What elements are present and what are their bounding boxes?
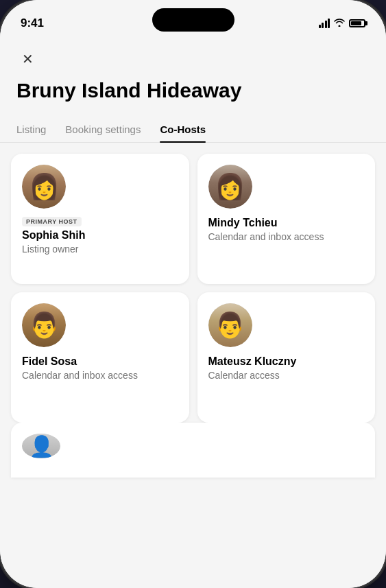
status-time: 9:41 bbox=[21, 16, 44, 30]
avatar-partial: 👤 bbox=[22, 434, 60, 458]
avatar-mindy-emoji: 👩 bbox=[215, 174, 245, 199]
avatar-mateusz-emoji: 👨 bbox=[215, 313, 245, 338]
avatar-mateusz: 👨 bbox=[208, 303, 252, 347]
badge-label: PRIMARY HOST bbox=[26, 218, 77, 225]
cohost-role-mindy: Calendar and inbox access bbox=[208, 231, 365, 243]
cohost-card-mateusz[interactable]: 👨 Mateusz Kluczny Calendar access bbox=[197, 292, 376, 423]
bottom-partial-section: 👤 bbox=[0, 423, 386, 478]
partial-cohost-card[interactable]: 👤 bbox=[11, 423, 375, 478]
header: ✕ Bruny Island Hideaway bbox=[0, 37, 386, 103]
cohost-card-sophia[interactable]: 👩 PRIMARY HOST Sophia Shih Listing owner bbox=[11, 154, 189, 284]
cohost-name-mateusz: Mateusz Kluczny bbox=[208, 355, 365, 368]
tab-booking[interactable]: Booking settings bbox=[65, 117, 141, 142]
page-title: Bruny Island Hideaway bbox=[16, 78, 370, 103]
cohost-role-sophia: Listing owner bbox=[22, 243, 178, 255]
cohost-name-mindy: Mindy Tchieu bbox=[208, 217, 365, 229]
tabs-bar: Listing Booking settings Co-Hosts bbox=[0, 117, 386, 143]
battery-fill bbox=[351, 21, 361, 25]
avatar-fidel-emoji: 👨 bbox=[29, 313, 60, 338]
status-bar: 9:41 bbox=[0, 0, 386, 37]
signal-bar-3 bbox=[325, 21, 327, 28]
signal-bar-2 bbox=[322, 23, 324, 28]
tab-listing[interactable]: Listing bbox=[16, 117, 46, 142]
cohosts-grid: 👩 PRIMARY HOST Sophia Shih Listing owner… bbox=[0, 143, 386, 423]
cohost-role-mateusz: Calendar access bbox=[208, 369, 365, 381]
close-button[interactable]: ✕ bbox=[16, 48, 38, 70]
avatar-sophia-emoji: 👩 bbox=[29, 174, 60, 199]
tab-cohosts[interactable]: Co-Hosts bbox=[160, 117, 206, 142]
avatar-sophia: 👩 bbox=[22, 165, 66, 209]
screen: 9:41 bbox=[0, 0, 386, 588]
avatar-partial-emoji: 👤 bbox=[29, 434, 54, 458]
cohost-role-fidel: Calendar and inbox access bbox=[22, 369, 178, 381]
signal-bar-1 bbox=[319, 25, 321, 28]
phone-frame: 9:41 bbox=[0, 0, 386, 588]
avatar-mindy: 👩 bbox=[208, 165, 252, 209]
cohost-card-mindy[interactable]: 👩 Mindy Tchieu Calendar and inbox access bbox=[197, 154, 376, 284]
status-icons bbox=[319, 18, 366, 29]
dynamic-island bbox=[152, 8, 234, 32]
signal-bars-icon bbox=[319, 19, 330, 28]
signal-bar-4 bbox=[328, 19, 330, 28]
wifi-icon bbox=[334, 18, 345, 29]
close-icon: ✕ bbox=[22, 52, 34, 66]
cohost-card-fidel[interactable]: 👨 Fidel Sosa Calendar and inbox access bbox=[11, 292, 189, 423]
avatar-fidel: 👨 bbox=[22, 303, 66, 347]
primary-host-badge: PRIMARY HOST bbox=[22, 217, 82, 226]
cohost-name-sophia: Sophia Shih bbox=[22, 229, 178, 242]
battery-icon bbox=[349, 19, 365, 27]
app-content: ✕ Bruny Island Hideaway Listing Booking … bbox=[0, 37, 386, 588]
cohost-name-fidel: Fidel Sosa bbox=[22, 355, 178, 368]
